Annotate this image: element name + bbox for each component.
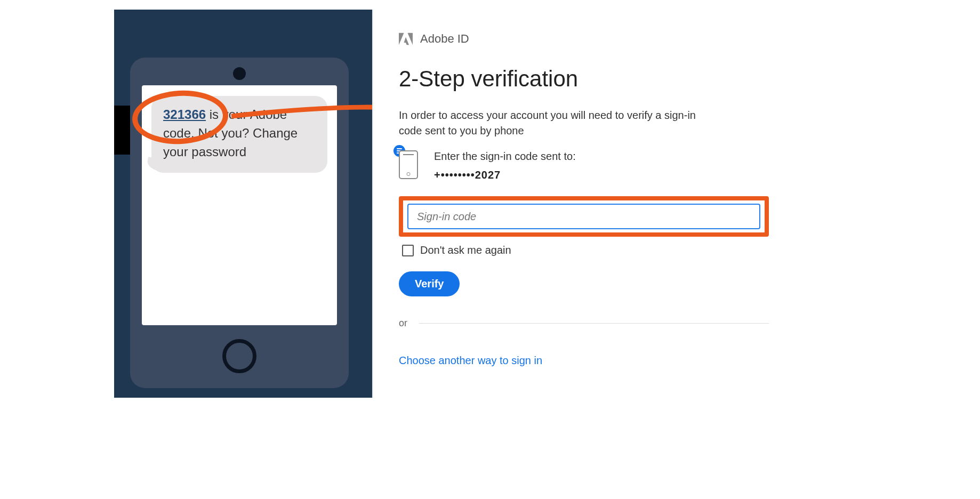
svg-marker-1 [399, 33, 404, 45]
brand-label: Adobe ID [420, 32, 469, 46]
dont-ask-checkbox[interactable]: Don't ask me again [402, 244, 769, 256]
phone-info-block: Enter the sign-in code sent to: +•••••••… [399, 148, 769, 181]
phone-screen: 321366 is your Adobe code. Not you? Chan… [142, 85, 337, 325]
divider-line [419, 323, 769, 324]
or-divider: or [399, 318, 769, 329]
masked-phone-number: +••••••••2027 [434, 169, 576, 181]
svg-marker-3 [404, 37, 409, 45]
phone-mockup: 321366 is your Adobe code. Not you? Chan… [130, 58, 349, 388]
verify-button[interactable]: Verify [399, 271, 460, 296]
sms-message-bubble: 321366 is your Adobe code. Not you? Chan… [151, 96, 327, 173]
dark-edge-tab [114, 106, 130, 155]
signin-code-input[interactable] [407, 204, 760, 229]
input-highlight-box [399, 196, 769, 237]
adobe-logo-icon [399, 33, 413, 45]
phone-home-button [222, 339, 256, 373]
sms-code: 321366 [163, 107, 206, 122]
verification-card: Adobe ID 2-Step verification In order to… [372, 10, 794, 398]
checkbox-label: Don't ask me again [420, 244, 511, 256]
or-label: or [399, 318, 407, 329]
checkbox-box-icon[interactable] [402, 245, 414, 256]
page-title: 2-Step verification [399, 66, 769, 92]
brand-row: Adobe ID [399, 32, 769, 46]
phone-camera-dot [233, 67, 246, 80]
phone-icon [399, 150, 420, 179]
description-text: In order to access your account you will… [399, 108, 697, 139]
choose-another-way-link[interactable]: Choose another way to sign in [399, 355, 542, 366]
svg-marker-2 [407, 33, 413, 45]
enter-code-label: Enter the sign-in code sent to: [434, 150, 576, 163]
illustration-frame: 321366 is your Adobe code. Not you? Chan… [114, 10, 794, 398]
